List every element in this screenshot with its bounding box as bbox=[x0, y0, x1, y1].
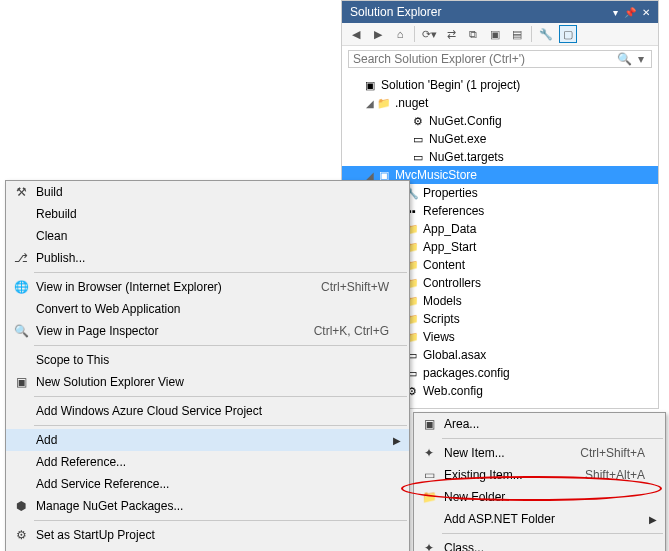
submenu-new-item[interactable]: ✦New Item...Ctrl+Shift+A bbox=[414, 442, 665, 464]
build-icon: ⚒ bbox=[10, 185, 32, 199]
menu-separator bbox=[34, 396, 407, 397]
preview-selected-icon[interactable]: ▢ bbox=[560, 26, 576, 42]
menu-label: View in Browser (Internet Explorer) bbox=[32, 280, 303, 294]
menu-separator bbox=[34, 345, 407, 346]
menu-label: View in Page Inspector bbox=[32, 324, 296, 338]
node-label: Controllers bbox=[423, 276, 481, 290]
submenu-new-folder[interactable]: 📁New Folder bbox=[414, 486, 665, 508]
menu-manage-nuget[interactable]: ⬢Manage NuGet Packages... bbox=[6, 495, 409, 517]
menu-label: New Item... bbox=[440, 446, 562, 460]
search-box[interactable]: 🔍 ▾ bbox=[348, 50, 652, 68]
refresh-icon[interactable]: ⟳▾ bbox=[421, 26, 437, 42]
collapse-icon[interactable]: ⧉ bbox=[465, 26, 481, 42]
node-label: Global.asax bbox=[423, 348, 486, 362]
publish-icon: ⎇ bbox=[10, 251, 32, 265]
sync-icon[interactable]: ⇄ bbox=[443, 26, 459, 42]
menu-view-browser[interactable]: 🌐View in Browser (Internet Explorer)Ctrl… bbox=[6, 276, 409, 298]
menu-add-service-reference[interactable]: Add Service Reference... bbox=[6, 473, 409, 495]
folder-nuget[interactable]: ◢📁.nuget bbox=[342, 94, 658, 112]
menu-label: Class... bbox=[440, 541, 645, 551]
exe-file-icon: ▭ bbox=[410, 133, 426, 146]
close-icon[interactable]: ✕ bbox=[642, 7, 650, 18]
panel-titlebar: Solution Explorer ▾ 📌 ✕ bbox=[342, 1, 658, 23]
menu-label: New Folder bbox=[440, 490, 645, 504]
expander-icon[interactable]: ◢ bbox=[364, 170, 376, 181]
show-all-icon[interactable]: ▣ bbox=[487, 26, 503, 42]
folder-icon: 📁 bbox=[376, 97, 392, 110]
search-input[interactable] bbox=[353, 52, 614, 66]
browser-icon: 🌐 bbox=[10, 280, 32, 294]
file-nuget-targets[interactable]: ▭NuGet.targets bbox=[342, 148, 658, 166]
solution-icon: ▣ bbox=[362, 79, 378, 92]
submenu-arrow-icon: ▶ bbox=[645, 514, 657, 525]
submenu-area[interactable]: ▣Area... bbox=[414, 413, 665, 435]
menu-azure[interactable]: Add Windows Azure Cloud Service Project bbox=[6, 400, 409, 422]
node-label: Properties bbox=[423, 186, 478, 200]
forward-icon[interactable]: ▶ bbox=[370, 26, 386, 42]
node-label: App_Data bbox=[423, 222, 476, 236]
new-item-icon: ✦ bbox=[418, 446, 440, 460]
menu-separator bbox=[34, 425, 407, 426]
node-label: NuGet.Config bbox=[429, 114, 502, 128]
menu-build[interactable]: ⚒Build bbox=[6, 181, 409, 203]
new-folder-icon: 📁 bbox=[418, 490, 440, 504]
pin-icon[interactable]: 📌 bbox=[624, 7, 636, 18]
node-label: packages.config bbox=[423, 366, 510, 380]
file-nuget-config[interactable]: ⚙NuGet.Config bbox=[342, 112, 658, 130]
home-icon[interactable]: ⌂ bbox=[392, 26, 408, 42]
menu-add[interactable]: Add▶ bbox=[6, 429, 409, 451]
node-label: .nuget bbox=[395, 96, 428, 110]
menu-convert-web[interactable]: Convert to Web Application bbox=[6, 298, 409, 320]
menu-startup[interactable]: ⚙Set as StartUp Project bbox=[6, 524, 409, 546]
menu-new-explorer-view[interactable]: ▣New Solution Explorer View bbox=[6, 371, 409, 393]
node-label: References bbox=[423, 204, 484, 218]
expander-icon[interactable]: ◢ bbox=[364, 98, 376, 109]
menu-label: Publish... bbox=[32, 251, 389, 265]
menu-shortcut: Ctrl+Shift+A bbox=[562, 446, 645, 460]
menu-debug[interactable]: Debug▶ bbox=[6, 546, 409, 551]
menu-add-reference[interactable]: Add Reference... bbox=[6, 451, 409, 473]
menu-label: Build bbox=[32, 185, 389, 199]
menu-label: Add bbox=[32, 433, 389, 447]
menu-page-inspector[interactable]: 🔍View in Page InspectorCtrl+K, Ctrl+G bbox=[6, 320, 409, 342]
node-label: Views bbox=[423, 330, 455, 344]
node-label: Content bbox=[423, 258, 465, 272]
solution-node[interactable]: ▣Solution 'Begin' (1 project) bbox=[342, 76, 658, 94]
startup-icon: ⚙ bbox=[10, 528, 32, 542]
separator bbox=[414, 26, 415, 42]
context-menu: ⚒Build Rebuild Clean ⎇Publish... 🌐View i… bbox=[5, 180, 410, 551]
menu-publish[interactable]: ⎇Publish... bbox=[6, 247, 409, 269]
menu-separator bbox=[442, 533, 663, 534]
menu-label: Add Reference... bbox=[32, 455, 389, 469]
area-icon: ▣ bbox=[418, 417, 440, 431]
submenu-aspnet-folder[interactable]: Add ASP.NET Folder▶ bbox=[414, 508, 665, 530]
panel-toolbar: ◀ ▶ ⌂ ⟳▾ ⇄ ⧉ ▣ ▤ 🔧 ▢ bbox=[342, 23, 658, 46]
menu-shortcut: Ctrl+Shift+W bbox=[303, 280, 389, 294]
existing-item-icon: ▭ bbox=[418, 468, 440, 482]
search-dropdown-icon[interactable]: ▾ bbox=[635, 52, 647, 66]
file-nuget-exe[interactable]: ▭NuGet.exe bbox=[342, 130, 658, 148]
dropdown-icon[interactable]: ▾ bbox=[613, 7, 618, 18]
menu-label: Rebuild bbox=[32, 207, 389, 221]
submenu-existing-item[interactable]: ▭Existing Item...Shift+Alt+A bbox=[414, 464, 665, 486]
back-icon[interactable]: ◀ bbox=[348, 26, 364, 42]
menu-shortcut: Ctrl+K, Ctrl+G bbox=[296, 324, 389, 338]
submenu-class[interactable]: ✦Class... bbox=[414, 537, 665, 551]
menu-label: Area... bbox=[440, 417, 645, 431]
properties-icon[interactable]: 🔧 bbox=[538, 26, 554, 42]
menu-label: New Solution Explorer View bbox=[32, 375, 389, 389]
menu-separator bbox=[442, 438, 663, 439]
explorer-icon: ▣ bbox=[10, 375, 32, 389]
node-label: NuGet.exe bbox=[429, 132, 486, 146]
menu-clean[interactable]: Clean bbox=[6, 225, 409, 247]
inspector-icon: 🔍 bbox=[10, 324, 32, 338]
menu-scope[interactable]: Scope to This bbox=[6, 349, 409, 371]
node-label: App_Start bbox=[423, 240, 476, 254]
node-label: Scripts bbox=[423, 312, 460, 326]
preview-icon[interactable]: ▤ bbox=[509, 26, 525, 42]
menu-rebuild[interactable]: Rebuild bbox=[6, 203, 409, 225]
panel-title: Solution Explorer bbox=[350, 5, 441, 19]
search-icon[interactable]: 🔍 bbox=[614, 52, 635, 66]
panel-title-buttons: ▾ 📌 ✕ bbox=[613, 7, 650, 18]
node-label: NuGet.targets bbox=[429, 150, 504, 164]
